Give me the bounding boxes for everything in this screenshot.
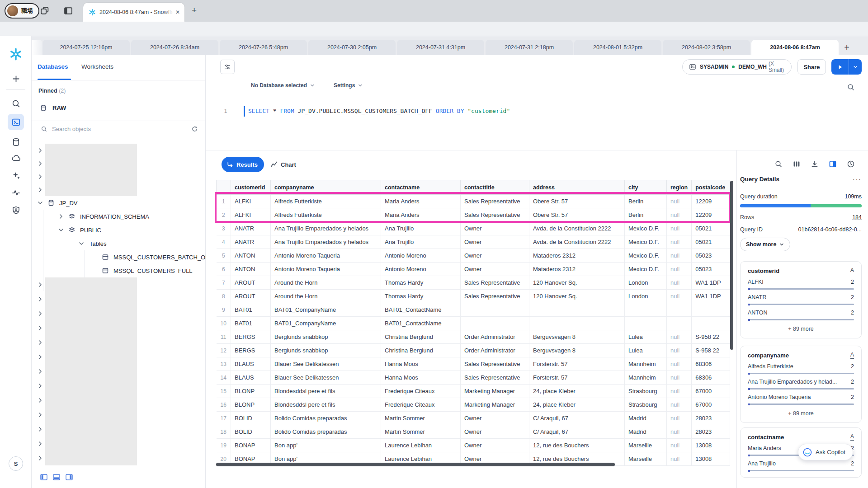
- tab-databases[interactable]: Databases: [38, 63, 68, 70]
- cell[interactable]: BAT01_CompanyName: [271, 303, 381, 317]
- worksheet-tab[interactable]: 2024-08-01 5:32pm: [574, 40, 661, 55]
- cell[interactable]: Mataderos 2312: [529, 263, 625, 276]
- stat-item[interactable]: Alfreds Futterkiste2: [748, 363, 854, 374]
- cell[interactable]: Alfreds Futterkiste: [271, 208, 381, 222]
- cell[interactable]: Mannheim: [625, 371, 667, 385]
- cell[interactable]: Mexico D.F.: [625, 222, 667, 235]
- cell[interactable]: 12, rue des Bouchers: [529, 439, 625, 452]
- cell[interactable]: [692, 317, 730, 330]
- row-number[interactable]: 13: [217, 357, 231, 371]
- cell[interactable]: BLONP: [231, 385, 271, 398]
- cell[interactable]: 68306: [692, 357, 730, 371]
- split-panel-icon[interactable]: [829, 160, 837, 168]
- cell[interactable]: BLAUS: [231, 371, 271, 385]
- cell[interactable]: Thomas Hardy: [381, 290, 461, 303]
- projects-nav-icon[interactable]: [8, 114, 24, 130]
- cell[interactable]: ALFKI: [231, 195, 271, 208]
- cell[interactable]: Strasbourg: [625, 385, 667, 398]
- cell[interactable]: Marseille: [625, 439, 667, 452]
- cell[interactable]: Ana Trujillo: [381, 235, 461, 249]
- cell[interactable]: BAT01: [231, 317, 271, 330]
- row-number[interactable]: 11: [217, 330, 231, 344]
- toggle-right-panel-icon[interactable]: [65, 473, 73, 481]
- cell[interactable]: Hanna Moos: [381, 357, 461, 371]
- table-row[interactable]: 13BLAUSBlauer See DelikatessenHanna Moos…: [217, 357, 730, 371]
- row-number[interactable]: 4: [217, 235, 231, 249]
- browser-profile-chip[interactable]: 職場: [5, 3, 39, 19]
- cell[interactable]: 24, place Kleber: [529, 385, 625, 398]
- snowflake-logo[interactable]: [8, 46, 24, 62]
- table-row[interactable]: 19BONAPBon app'Laurence LebihanOwner12, …: [217, 439, 730, 452]
- row-number[interactable]: 5: [217, 249, 231, 263]
- pinned-item-raw[interactable]: RAW: [32, 100, 205, 115]
- tree-item-information_schema[interactable]: INFORMATION_SCHEMA: [32, 210, 205, 223]
- show-more-button[interactable]: Show more: [740, 238, 790, 251]
- grid-horizontal-scrollbar[interactable]: [216, 463, 615, 466]
- column-header-city[interactable]: city: [625, 180, 667, 195]
- cell[interactable]: null: [667, 235, 692, 249]
- tab-close-icon[interactable]: ✕: [175, 9, 180, 15]
- cell[interactable]: Bolido Comidas preparadas: [271, 412, 381, 425]
- cell[interactable]: Strasbourg: [625, 398, 667, 412]
- tab-actions-icon[interactable]: [63, 6, 73, 16]
- stat-item[interactable]: Ana Trujillo Emparedados y helad...2: [748, 379, 854, 389]
- cell[interactable]: Sales Representative: [461, 195, 529, 208]
- tree-item-collapsed[interactable]: [32, 157, 205, 170]
- cell[interactable]: Antonio Moreno Taqueria: [271, 263, 381, 276]
- stat-more-link[interactable]: + 89 more: [748, 326, 854, 332]
- cell[interactable]: Maria Anders: [381, 208, 461, 222]
- cell[interactable]: [529, 303, 625, 317]
- cell[interactable]: Maria Anders: [381, 195, 461, 208]
- cell[interactable]: 28023: [692, 412, 730, 425]
- download-icon[interactable]: [811, 160, 819, 168]
- cell[interactable]: ANATR: [231, 222, 271, 235]
- cell[interactable]: Berguvsvagen 8: [529, 330, 625, 344]
- cell[interactable]: BAT01_CompanyName: [271, 317, 381, 330]
- cell[interactable]: Marketing Manager: [461, 398, 529, 412]
- row-number[interactable]: 14: [217, 371, 231, 385]
- cell[interactable]: Owner: [461, 235, 529, 249]
- new-worksheet-tab-button[interactable]: +: [839, 40, 855, 55]
- cell[interactable]: AROUT: [231, 276, 271, 290]
- data-products-nav-icon[interactable]: [8, 150, 24, 166]
- cell[interactable]: BOLID: [231, 425, 271, 439]
- cell[interactable]: Mexico D.F.: [625, 235, 667, 249]
- tree-item-collapsed[interactable]: [32, 393, 205, 408]
- cell[interactable]: null: [667, 452, 692, 466]
- cell[interactable]: Frederique Citeaux: [381, 385, 461, 398]
- cell[interactable]: null: [667, 357, 692, 371]
- cell[interactable]: Berglunds snabbkop: [271, 330, 381, 344]
- cell[interactable]: Hanna Moos: [381, 371, 461, 385]
- cell[interactable]: C/ Araquil, 67: [529, 412, 625, 425]
- toggle-left-panel-icon[interactable]: [40, 473, 48, 481]
- cell[interactable]: Martin Sommer: [381, 425, 461, 439]
- cell[interactable]: Owner: [461, 439, 529, 452]
- cell[interactable]: Antonio Moreno: [381, 249, 461, 263]
- cell[interactable]: [461, 303, 529, 317]
- cell[interactable]: [667, 317, 692, 330]
- row-number[interactable]: 18: [217, 425, 231, 439]
- worksheet-tab[interactable]: 2024-08-06 8:47am: [751, 40, 839, 55]
- scrolled-tab-stub[interactable]: [32, 40, 42, 55]
- worksheet-tab[interactable]: 2024-07-31 4:31pm: [397, 40, 484, 55]
- row-number[interactable]: 15: [217, 385, 231, 398]
- worksheet-tab[interactable]: 2024-08-02 3:58pm: [663, 40, 750, 55]
- cell[interactable]: Berglunds snabbkop: [271, 344, 381, 357]
- stat-item[interactable]: ANATR2: [748, 294, 854, 305]
- settings-selector[interactable]: Settings: [334, 82, 363, 89]
- tree-item-collapsed[interactable]: [32, 364, 205, 379]
- tree-item-collapsed[interactable]: [32, 335, 205, 350]
- cell[interactable]: 67000: [692, 385, 730, 398]
- cell[interactable]: null: [667, 249, 692, 263]
- query-id-link[interactable]: 01b62814-0c06-dd82-0...: [798, 226, 862, 233]
- cell[interactable]: null: [667, 195, 692, 208]
- cell[interactable]: BONAP: [231, 439, 271, 452]
- cell[interactable]: Berlin: [625, 195, 667, 208]
- table-row[interactable]: 18BOLIDBolido Comidas preparadasMartin S…: [217, 425, 730, 439]
- cell[interactable]: [461, 317, 529, 330]
- cell[interactable]: null: [667, 208, 692, 222]
- cell[interactable]: Forsterstr. 57: [529, 371, 625, 385]
- stat-item[interactable]: ALFKI2: [748, 279, 854, 290]
- cell[interactable]: Ana Trujillo Emparedados y helados: [271, 222, 381, 235]
- refresh-objects-icon[interactable]: [191, 126, 198, 132]
